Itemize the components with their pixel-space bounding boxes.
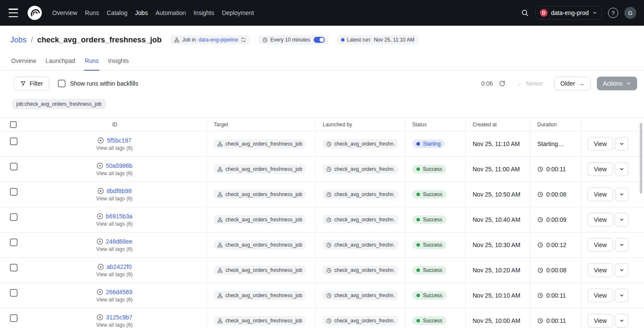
launched-by-chip[interactable]: check_avg_orders_freshn… — [323, 316, 398, 325]
tab-launchpad[interactable]: Launchpad — [45, 55, 76, 70]
run-actions-dropdown-button[interactable] — [615, 289, 629, 302]
run-id-link[interactable]: 3125c9b7 — [106, 314, 132, 321]
view-run-button[interactable]: View — [587, 162, 613, 176]
view-run-button[interactable]: View — [587, 314, 613, 328]
tab-insights[interactable]: Insights — [107, 55, 129, 70]
launched-by-chip[interactable]: check_avg_orders_freshn… — [323, 240, 398, 250]
target-chip[interactable]: check_avg_orders_freshness_job — [214, 164, 306, 174]
view-all-tags-link[interactable]: View all tags (6) — [96, 271, 132, 277]
actions-button[interactable]: Actions — [597, 77, 637, 90]
row-checkbox[interactable] — [10, 137, 18, 145]
run-actions-dropdown-button[interactable] — [615, 213, 629, 227]
breadcrumb-jobs-link[interactable]: Jobs — [10, 36, 27, 45]
launched-by-chip[interactable]: check_avg_orders_freshn… — [323, 265, 398, 275]
schedule-toggle[interactable] — [314, 37, 325, 43]
tab-runs[interactable]: Runs — [84, 55, 100, 71]
show-backfills-checkbox[interactable] — [58, 80, 66, 87]
deployment-switcher[interactable]: D data-eng-prod — [535, 6, 602, 20]
launched-by-chip[interactable]: check_avg_orders_freshn… — [323, 139, 398, 149]
target-chip[interactable]: check_avg_orders_freshness_job — [214, 190, 306, 199]
view-run-button[interactable]: View — [587, 289, 613, 302]
view-all-tags-link[interactable]: View all tags (6) — [96, 246, 132, 252]
run-id-link[interactable]: b6915b3a — [106, 213, 132, 220]
nav-item-jobs[interactable]: Jobs — [135, 7, 148, 19]
nav-item-automation[interactable]: Automation — [156, 7, 186, 19]
run-id-link[interactable]: 5f5bc197 — [107, 137, 132, 144]
run-actions-dropdown-button[interactable] — [615, 314, 629, 328]
view-all-tags-link[interactable]: View all tags (6) — [96, 145, 132, 151]
run-actions-dropdown-button[interactable] — [615, 137, 629, 151]
view-run-button[interactable]: View — [587, 238, 613, 252]
refresh-icon[interactable] — [499, 80, 506, 87]
target-chip[interactable]: check_avg_orders_freshness_job — [214, 291, 306, 300]
target-chip[interactable]: check_avg_orders_freshness_job — [214, 215, 306, 224]
view-run-button[interactable]: View — [587, 263, 613, 277]
job-filter-tag[interactable]: job:check_avg_orders_freshness_job — [12, 99, 106, 109]
view-all-tags-link[interactable]: View all tags (6) — [96, 196, 132, 202]
nav-item-runs[interactable]: Runs — [85, 7, 99, 19]
show-backfills-label: Show runs within backfills — [70, 80, 138, 87]
launched-by-chip[interactable]: check_avg_orders_freshn… — [323, 190, 398, 199]
target-chip[interactable]: check_avg_orders_freshness_job — [214, 316, 306, 325]
run-actions-dropdown-button[interactable] — [615, 188, 629, 201]
launched-by-label: check_avg_orders_freshn… — [334, 242, 395, 248]
launched-by-chip[interactable]: check_avg_orders_freshn… — [323, 164, 398, 174]
view-run-button[interactable]: View — [587, 137, 613, 151]
duration-value: 0:00:11 — [546, 317, 566, 324]
view-all-tags-link[interactable]: View all tags (6) — [96, 170, 132, 176]
run-id-link[interactable]: 8bdf8b98 — [107, 188, 132, 194]
help-icon[interactable]: ? — [608, 8, 618, 18]
created-at-value: Nov 25, 10:50 AM — [473, 191, 520, 198]
nav-item-deployment[interactable]: Deployment — [222, 7, 254, 19]
table-row: 266d4569 View all tags (6) check_avg_ord… — [0, 283, 644, 308]
user-avatar[interactable]: G — [624, 7, 636, 19]
page: Overview Runs Catalog Jobs Automation In… — [0, 0, 644, 328]
row-checkbox[interactable] — [10, 264, 18, 271]
run-id-link[interactable]: ab2422f0 — [107, 263, 132, 270]
row-checkbox[interactable] — [10, 213, 18, 221]
nav-item-insights[interactable]: Insights — [194, 7, 214, 19]
target-label: check_avg_orders_freshness_job — [225, 217, 302, 223]
search-icon[interactable] — [521, 9, 529, 17]
tab-overview[interactable]: Overview — [10, 55, 37, 70]
status-badge: Success — [412, 266, 446, 274]
run-id-link[interactable]: 248d68ee — [106, 238, 132, 245]
scrollbar-thumb[interactable] — [640, 123, 642, 194]
newer-button[interactable]: ← Newer — [512, 77, 548, 90]
run-actions-dropdown-button[interactable] — [615, 162, 629, 176]
target-chip[interactable]: check_avg_orders_freshness_job — [214, 139, 306, 149]
run-id-link[interactable]: 50a5986b — [106, 162, 132, 169]
view-all-tags-link[interactable]: View all tags (6) — [96, 297, 132, 303]
status-badge: Success — [412, 165, 446, 173]
row-checkbox[interactable] — [10, 239, 18, 246]
status-dot-icon — [416, 142, 420, 146]
filter-tag-row: job:check_avg_orders_freshness_job — [0, 95, 644, 118]
view-all-tags-link[interactable]: View all tags (6) — [96, 322, 132, 328]
hamburger-menu-icon[interactable] — [9, 9, 20, 17]
row-checkbox[interactable] — [10, 314, 18, 322]
chevron-down-icon — [619, 167, 624, 172]
filter-button[interactable]: Filter — [14, 77, 49, 90]
column-header-duration: Duration — [530, 118, 581, 131]
target-chip[interactable]: check_avg_orders_freshness_job — [214, 240, 306, 250]
view-run-button[interactable]: View — [587, 188, 613, 201]
code-location-link[interactable]: data-eng-pipeline — [198, 37, 238, 43]
view-all-tags-link[interactable]: View all tags (6) — [96, 221, 132, 227]
older-button[interactable]: Older → — [554, 77, 591, 90]
target-chip[interactable]: check_avg_orders_freshness_job — [214, 265, 306, 275]
run-actions-dropdown-button[interactable] — [615, 238, 629, 252]
column-header-actions — [581, 118, 644, 131]
row-checkbox[interactable] — [10, 188, 18, 196]
select-all-checkbox[interactable] — [10, 121, 17, 128]
view-run-button[interactable]: View — [587, 213, 613, 227]
row-checkbox[interactable] — [10, 289, 18, 297]
nav-item-overview[interactable]: Overview — [52, 7, 77, 19]
run-id-link[interactable]: 266d4569 — [106, 289, 132, 295]
job-type-badge: Job in data-eng-pipeline — [170, 35, 250, 45]
nav-item-catalog[interactable]: Catalog — [107, 7, 127, 19]
launched-by-chip[interactable]: check_avg_orders_freshn… — [323, 291, 398, 300]
dagster-logo-icon[interactable] — [27, 5, 43, 21]
run-actions-dropdown-button[interactable] — [615, 263, 629, 277]
launched-by-chip[interactable]: check_avg_orders_freshn… — [323, 215, 398, 224]
row-checkbox[interactable] — [10, 163, 18, 170]
